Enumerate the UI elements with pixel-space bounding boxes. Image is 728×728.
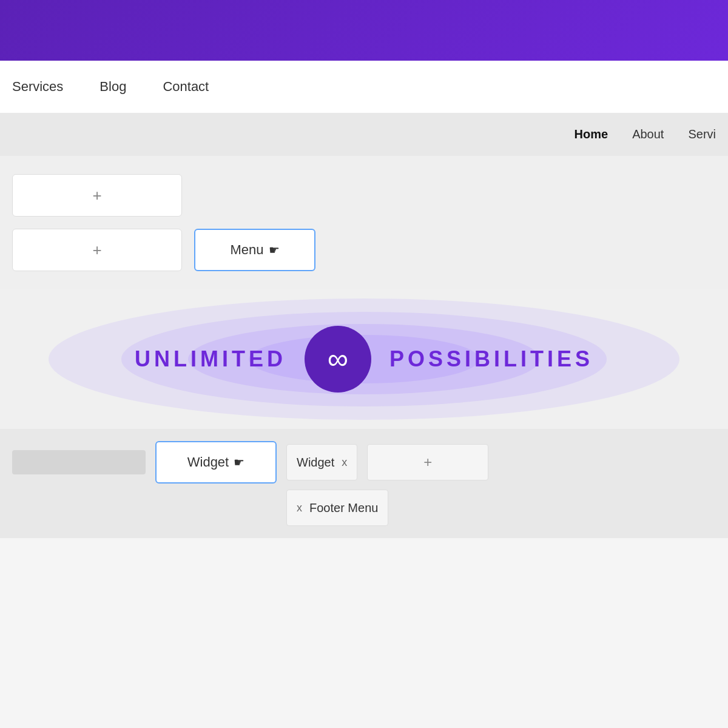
nav-contact[interactable]: Contact	[163, 79, 209, 95]
builder-area: + + Menu ☛	[0, 156, 728, 289]
widget-tag-close[interactable]: x	[342, 456, 347, 469]
builder-row-1: +	[12, 174, 716, 217]
footer-menu-close[interactable]: x	[297, 502, 302, 514]
widget-row-2: x Footer Menu	[12, 490, 716, 526]
menu-button[interactable]: Menu ☛	[194, 229, 315, 271]
top-bar	[0, 0, 728, 61]
widget-row-1: Widget ☛ Widget x +	[12, 441, 716, 484]
infinity-circle: ∞	[305, 326, 371, 393]
widget-button-label: Widget	[187, 454, 229, 470]
add-block-2[interactable]: +	[12, 229, 182, 271]
footer-menu-tag: x Footer Menu	[286, 490, 388, 526]
widget-tag-1: Widget x	[286, 444, 357, 480]
pointer-cursor-icon-2: ☛	[234, 455, 244, 470]
add-block-1[interactable]: +	[12, 174, 182, 217]
primary-nav: Services Blog Contact	[0, 61, 728, 113]
hero-content: UNLIMITED ∞ POSSIBILITIES	[0, 326, 728, 393]
add-block-sm[interactable]: +	[367, 444, 488, 480]
widget-button[interactable]: Widget ☛	[155, 441, 277, 484]
widget-tag-label: Widget	[297, 456, 334, 470]
hero-right-text: POSSIBILITIES	[389, 346, 593, 372]
pointer-cursor-icon: ☛	[269, 243, 280, 257]
builder-row-2: + Menu ☛	[12, 229, 716, 271]
secondary-nav-home[interactable]: Home	[575, 127, 608, 141]
widget-area: Widget ☛ Widget x + x Footer Menu	[0, 429, 728, 538]
hero-section: UNLIMITED ∞ POSSIBILITIES	[0, 289, 728, 429]
footer-menu-label: Footer Menu	[309, 501, 378, 515]
menu-button-label: Menu	[230, 242, 263, 258]
secondary-nav-servi[interactable]: Servi	[688, 127, 716, 141]
infinity-icon: ∞	[328, 345, 348, 374]
hero-left-text: UNLIMITED	[135, 346, 286, 372]
nav-blog[interactable]: Blog	[99, 79, 126, 95]
nav-services[interactable]: Services	[12, 79, 63, 95]
secondary-nav: Home About Servi	[0, 113, 728, 156]
widget-placeholder	[12, 450, 146, 474]
secondary-nav-about[interactable]: About	[632, 127, 664, 141]
